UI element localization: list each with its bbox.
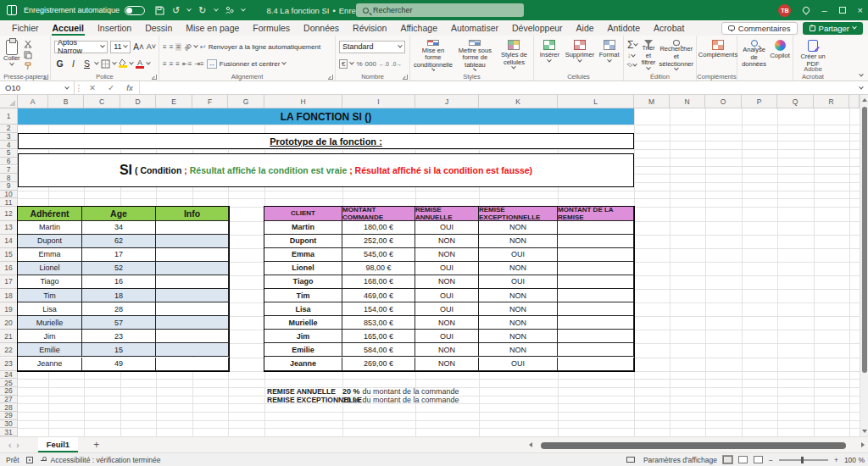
next-sheet-icon[interactable]: ›	[16, 441, 19, 450]
client-table-cell-r2c1[interactable]: Dupont	[264, 235, 342, 248]
page-layout-view-icon[interactable]	[738, 456, 748, 463]
client-table-cell-r6c2[interactable]: 469,00 €	[342, 289, 415, 302]
scroll-right-icon[interactable]	[861, 442, 865, 447]
client-table-cell-r11c2[interactable]: 269,00 €	[342, 358, 415, 371]
prototype-heading-box[interactable]: Prototype de la fonction :	[18, 133, 634, 149]
client-table-cell-r8c1[interactable]: Murielle	[264, 316, 342, 330]
adherent-table-cell-r7c2[interactable]: 28	[82, 302, 156, 316]
client-table-cell-r7c5[interactable]	[558, 302, 634, 316]
page-break-view-icon[interactable]	[754, 456, 763, 463]
client-table-cell-r10c5[interactable]	[558, 343, 634, 357]
adherent-table-cell-r9c3[interactable]	[156, 330, 229, 343]
adherent-table-cell-r5c1[interactable]: Tiago	[18, 275, 82, 289]
client-table-cell-r5c5[interactable]	[558, 275, 634, 289]
client-table-header-2[interactable]: REMISE ANNUELLE	[415, 207, 479, 221]
client-table-cell-r9c5[interactable]	[558, 330, 634, 343]
column-header-O[interactable]: O	[705, 95, 742, 108]
row-header-11[interactable]: 11	[0, 198, 18, 207]
column-header-L[interactable]: L	[558, 95, 634, 108]
client-table-cell-r8c2[interactable]: 853,00 €	[342, 316, 415, 330]
column-header-F[interactable]: F	[192, 95, 228, 108]
adherent-table-header-1[interactable]: Age	[82, 207, 156, 221]
zoom-out-button[interactable]: −	[769, 456, 773, 464]
column-header-J[interactable]: J	[415, 95, 479, 108]
client-table-cell-r1c2[interactable]: 180,00 €	[342, 221, 415, 235]
client-table-cell-r3c2[interactable]: 545,00 €	[342, 248, 415, 262]
adherent-table-cell-r4c1[interactable]: Lionel	[18, 262, 82, 275]
client-table-cell-r5c2[interactable]: 168,00 €	[342, 275, 415, 289]
column-header-K[interactable]: K	[479, 95, 558, 108]
adherent-table-header-0[interactable]: Adhérent	[18, 207, 82, 221]
prev-sheet-icon[interactable]: ‹	[8, 441, 11, 450]
prototype-formula-box[interactable]: SI ( Condition ; Résultat affiché la con…	[18, 153, 634, 187]
client-table-cell-r5c3[interactable]: NON	[415, 275, 479, 289]
adherent-table-cell-r6c3[interactable]	[156, 289, 229, 302]
client-table-cell-r1c3[interactable]: OUI	[415, 221, 479, 235]
client-table-cell-r10c2[interactable]: 584,00 €	[342, 343, 415, 357]
adherent-table-cell-r10c2[interactable]: 15	[82, 343, 156, 357]
client-table-cell-r1c4[interactable]: NON	[479, 221, 558, 235]
column-header-partial[interactable]	[849, 95, 860, 108]
client-table-header-4[interactable]: MONTANT DE LA REMISE	[558, 207, 634, 221]
adherent-table-cell-r5c2[interactable]: 16	[82, 275, 156, 289]
client-table-cell-r11c3[interactable]: NON	[415, 358, 479, 371]
client-table-cell-r3c5[interactable]	[558, 248, 634, 262]
adherent-table-cell-r7c1[interactable]: Lisa	[18, 302, 82, 316]
client-table-cell-r3c4[interactable]: OUI	[479, 248, 558, 262]
column-header-Q[interactable]: Q	[777, 95, 814, 108]
row-header-15[interactable]: 15	[0, 248, 18, 262]
client-table-cell-r8c3[interactable]: NON	[415, 316, 479, 330]
client-table-cell-r6c3[interactable]: OUI	[415, 289, 479, 302]
row-header-21[interactable]: 21	[0, 330, 18, 343]
client-table-cell-r3c3[interactable]: NON	[415, 248, 479, 262]
horizontal-scrollbar[interactable]	[536, 441, 856, 449]
zoom-level[interactable]: 100 %	[844, 456, 865, 464]
row-header-16[interactable]: 16	[0, 262, 18, 275]
client-table-cell-r7c4[interactable]: NON	[479, 302, 558, 316]
add-sheet-button[interactable]: +	[93, 439, 99, 451]
client-table-cell-r1c5[interactable]	[558, 221, 634, 235]
row-header-23[interactable]: 23	[0, 358, 18, 371]
client-table-cell-r2c4[interactable]: NON	[479, 235, 558, 248]
row-header-20[interactable]: 20	[0, 316, 18, 330]
client-table-cell-r4c1[interactable]: Lionel	[264, 262, 342, 275]
adherent-table-cell-r2c1[interactable]: Dupont	[18, 235, 82, 248]
client-table-cell-r4c4[interactable]: NON	[479, 262, 558, 275]
client-table-header-0[interactable]: CLIENT	[264, 207, 342, 221]
horizontal-scroll-thumb[interactable]	[541, 442, 846, 449]
scroll-left-icon[interactable]	[529, 442, 532, 447]
client-table-header-3[interactable]: REMISE EXCEPTIONNELLE	[479, 207, 558, 221]
adherent-table-cell-r6c1[interactable]: Tim	[18, 289, 82, 302]
client-table-cell-r2c2[interactable]: 252,00 €	[342, 235, 415, 248]
client-table-cell-r8c5[interactable]	[558, 316, 634, 330]
zoom-in-button[interactable]: +	[834, 456, 838, 464]
column-header-M[interactable]: M	[634, 95, 670, 108]
row-header-18[interactable]: 18	[0, 289, 18, 302]
column-header-N[interactable]: N	[670, 95, 705, 108]
adherent-table-cell-r10c1[interactable]: Emilie	[18, 343, 82, 357]
client-table-cell-r8c4[interactable]: NON	[479, 316, 558, 330]
adherent-table-cell-r11c3[interactable]	[156, 358, 229, 371]
adherent-table-cell-r4c2[interactable]: 52	[82, 262, 156, 275]
column-header-D[interactable]: D	[120, 95, 156, 108]
scroll-down-icon[interactable]	[862, 430, 867, 433]
adherent-table-cell-r2c2[interactable]: 62	[82, 235, 156, 248]
client-table-cell-r5c4[interactable]: OUI	[479, 275, 558, 289]
client-table-cell-r3c1[interactable]: Emma	[264, 248, 342, 262]
client-table-cell-r4c5[interactable]	[558, 262, 634, 275]
adherent-table-header-2[interactable]: Info	[156, 207, 229, 221]
display-settings-label[interactable]: Paramètres d'affichage	[643, 456, 717, 464]
adherent-table-cell-r3c3[interactable]	[156, 248, 229, 262]
column-header-R[interactable]: R	[814, 95, 849, 108]
column-header-E[interactable]: E	[156, 95, 192, 108]
column-header-G[interactable]: G	[228, 95, 264, 108]
client-table-cell-r10c3[interactable]: NON	[415, 343, 479, 357]
adherent-table-cell-r1c3[interactable]	[156, 221, 229, 235]
note-line-1[interactable]: REMISE ANNUELLE20 %du montant de la comm…	[267, 387, 623, 396]
row-header-13[interactable]: 13	[0, 221, 18, 235]
row-header-19[interactable]: 19	[0, 302, 18, 316]
client-table-cell-r9c1[interactable]: Jim	[264, 330, 342, 343]
row-header-31[interactable]: 31	[0, 428, 18, 436]
row-header-17[interactable]: 17	[0, 275, 18, 289]
adherent-table-cell-r1c1[interactable]: Martin	[18, 221, 82, 235]
